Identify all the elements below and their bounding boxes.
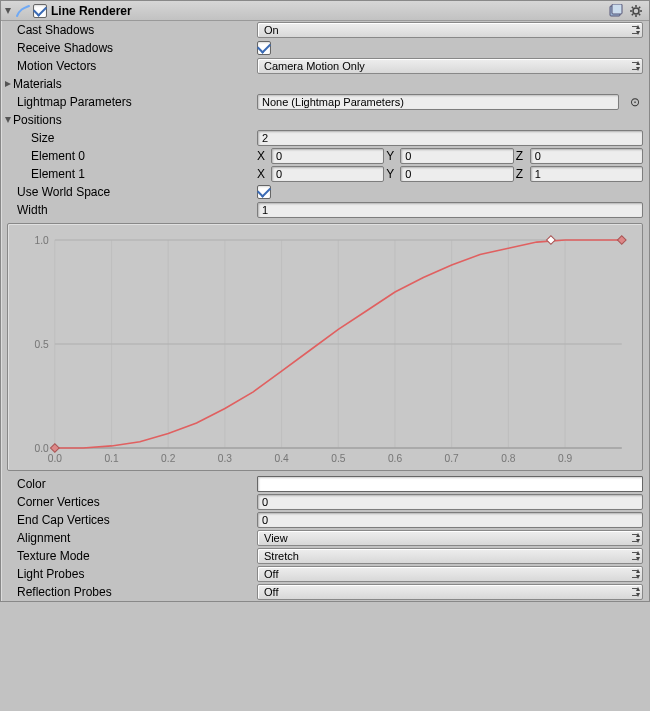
element0-label: Element 0 bbox=[3, 149, 257, 163]
light-probes-label: Light Probes bbox=[3, 567, 257, 581]
svg-rect-1 bbox=[612, 4, 622, 14]
use-world-space-label: Use World Space bbox=[3, 185, 257, 199]
axis-y-label: Y bbox=[386, 149, 398, 163]
use-world-space-checkbox[interactable] bbox=[257, 185, 271, 199]
svg-rect-38 bbox=[50, 444, 59, 452]
width-curve-editor[interactable]: 0.00.51.00.00.10.20.30.40.50.60.70.80.9 bbox=[7, 223, 643, 471]
svg-line-10 bbox=[639, 6, 640, 7]
color-label: Color bbox=[3, 477, 257, 491]
color-field[interactable] bbox=[257, 476, 643, 492]
svg-text:0.5: 0.5 bbox=[34, 339, 49, 350]
corner-vertices-label: Corner Vertices bbox=[3, 495, 257, 509]
motion-vectors-dropdown[interactable]: Camera Motion Only▴▾ bbox=[257, 58, 643, 74]
width-label: Width bbox=[3, 203, 257, 217]
element0-y-input[interactable]: 0 bbox=[400, 148, 513, 164]
reflection-probes-dropdown[interactable]: Off▴▾ bbox=[257, 584, 643, 600]
svg-text:1.0: 1.0 bbox=[34, 235, 49, 246]
component-title: Line Renderer bbox=[49, 4, 607, 18]
element0-x-input[interactable]: 0 bbox=[271, 148, 384, 164]
component-header: Line Renderer bbox=[1, 1, 649, 21]
axis-y-label: Y bbox=[386, 167, 398, 181]
gear-icon[interactable] bbox=[629, 4, 643, 18]
svg-line-9 bbox=[632, 13, 633, 14]
object-picker-icon[interactable]: ⊙ bbox=[627, 95, 643, 109]
element1-z-input[interactable]: 1 bbox=[530, 166, 643, 182]
axis-x-label: X bbox=[257, 167, 269, 181]
axis-z-label: Z bbox=[516, 149, 528, 163]
positions-size-label: Size bbox=[3, 131, 257, 145]
svg-text:0.1: 0.1 bbox=[104, 453, 119, 464]
element1-label: Element 1 bbox=[3, 167, 257, 181]
component-enable-checkbox[interactable] bbox=[33, 4, 47, 18]
element1-y-input[interactable]: 0 bbox=[400, 166, 513, 182]
alignment-label: Alignment bbox=[3, 531, 257, 545]
alignment-dropdown[interactable]: View▴▾ bbox=[257, 530, 643, 546]
inspector-panel: Line Renderer Cast Shadows On▴▾ Receive … bbox=[0, 0, 650, 602]
svg-text:0.7: 0.7 bbox=[445, 453, 460, 464]
motion-vectors-label: Motion Vectors bbox=[3, 59, 257, 73]
svg-text:0.8: 0.8 bbox=[501, 453, 516, 464]
svg-text:0.5: 0.5 bbox=[331, 453, 346, 464]
svg-point-2 bbox=[633, 8, 639, 14]
foldout-toggle[interactable] bbox=[3, 6, 13, 16]
element1-x-input[interactable]: 0 bbox=[271, 166, 384, 182]
element0-z-input[interactable]: 0 bbox=[530, 148, 643, 164]
receive-shadows-label: Receive Shadows bbox=[3, 41, 257, 55]
end-cap-vertices-input[interactable]: 0 bbox=[257, 512, 643, 528]
materials-foldout[interactable] bbox=[3, 79, 13, 89]
lightmap-parameters-label: Lightmap Parameters bbox=[3, 95, 257, 109]
axis-x-label: X bbox=[257, 149, 269, 163]
cast-shadows-dropdown[interactable]: On▴▾ bbox=[257, 22, 643, 38]
svg-line-8 bbox=[639, 13, 640, 14]
corner-vertices-input[interactable]: 0 bbox=[257, 494, 643, 510]
svg-text:0.2: 0.2 bbox=[161, 453, 176, 464]
end-cap-vertices-label: End Cap Vertices bbox=[3, 513, 257, 527]
element0-vector: X 0 Y 0 Z 0 bbox=[257, 148, 643, 164]
positions-label: Positions bbox=[13, 113, 62, 127]
materials-label: Materials bbox=[13, 77, 62, 91]
positions-foldout[interactable] bbox=[3, 115, 13, 125]
svg-text:0.4: 0.4 bbox=[274, 453, 289, 464]
svg-text:0.3: 0.3 bbox=[218, 453, 233, 464]
svg-line-7 bbox=[632, 6, 633, 7]
receive-shadows-checkbox[interactable] bbox=[257, 41, 271, 55]
line-renderer-icon bbox=[15, 3, 31, 19]
curve-area[interactable]: 0.00.51.00.00.10.20.30.40.50.60.70.80.9 bbox=[18, 230, 632, 468]
svg-rect-40 bbox=[617, 236, 626, 244]
svg-text:0.6: 0.6 bbox=[388, 453, 403, 464]
texture-mode-dropdown[interactable]: Stretch▴▾ bbox=[257, 548, 643, 564]
svg-rect-39 bbox=[547, 236, 556, 244]
texture-mode-label: Texture Mode bbox=[3, 549, 257, 563]
reflection-probes-label: Reflection Probes bbox=[3, 585, 257, 599]
element1-vector: X 0 Y 0 Z 1 bbox=[257, 166, 643, 182]
svg-text:0.0: 0.0 bbox=[48, 453, 63, 464]
light-probes-dropdown[interactable]: Off▴▾ bbox=[257, 566, 643, 582]
axis-z-label: Z bbox=[516, 167, 528, 181]
positions-size-input[interactable]: 2 bbox=[257, 130, 643, 146]
help-icon[interactable] bbox=[609, 4, 623, 18]
cast-shadows-label: Cast Shadows bbox=[3, 23, 257, 37]
svg-text:0.9: 0.9 bbox=[558, 453, 573, 464]
lightmap-parameters-field[interactable]: None (Lightmap Parameters) bbox=[257, 94, 619, 110]
width-input[interactable]: 1 bbox=[257, 202, 643, 218]
